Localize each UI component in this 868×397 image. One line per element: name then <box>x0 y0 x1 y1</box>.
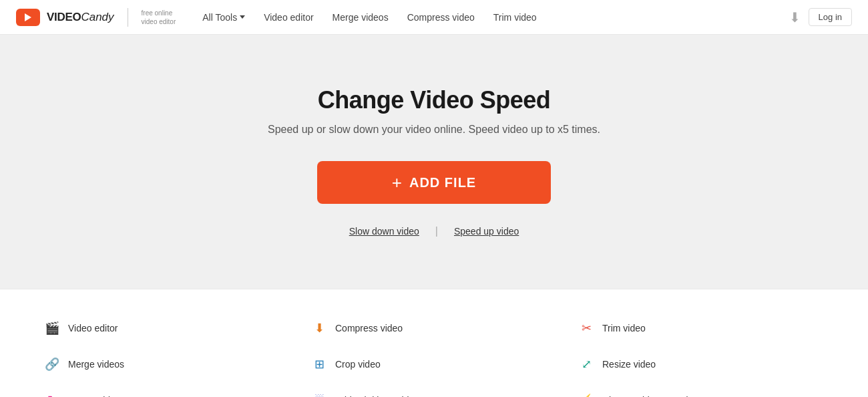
footer-item[interactable]: ⤢Resize video <box>574 350 828 379</box>
footer-item-icon: ⚡ <box>577 391 596 397</box>
nav-merge-videos[interactable]: Merge videos <box>333 12 389 23</box>
download-icon[interactable]: ⬇ <box>789 9 801 25</box>
footer-item[interactable]: ⚡Change video speed <box>574 386 828 397</box>
footer-item-icon: ↻ <box>43 391 61 397</box>
footer-item-icon: ✂ <box>577 319 596 338</box>
page-subtitle: Speed up or slow down your video online.… <box>268 124 600 136</box>
footer-item-label: Video editor <box>68 323 118 334</box>
speed-up-link[interactable]: Speed up video <box>454 226 519 237</box>
nav-trim-video[interactable]: Trim video <box>493 12 537 23</box>
footer-item[interactable]: 🔗Merge videos <box>40 350 294 379</box>
footer-item[interactable]: ✂Trim video <box>574 313 828 343</box>
nav-all-tools[interactable]: All Tools <box>202 12 245 23</box>
footer-item[interactable]: 🎬Video editor <box>40 313 294 343</box>
footer-item-icon: ⊞ <box>310 355 329 374</box>
footer-item-label: Merge videos <box>68 359 124 370</box>
links-row: Slow down video | Speed up video <box>349 225 519 237</box>
footer-item[interactable]: ░Add subtitle to video <box>307 386 561 397</box>
main-content: Change Video Speed Speed up or slow down… <box>0 35 868 289</box>
page-title: Change Video Speed <box>318 86 550 114</box>
header-right: ⬇ Log in <box>789 8 852 26</box>
logo-icon <box>16 9 40 26</box>
login-button[interactable]: Log in <box>809 8 852 26</box>
links-divider: | <box>435 225 438 237</box>
nav-video-editor[interactable]: Video editor <box>264 12 313 23</box>
nav: All Tools Video editor Merge videos Comp… <box>202 12 767 23</box>
slow-down-link[interactable]: Slow down video <box>349 226 419 237</box>
logo-video-word: VIDEO <box>47 11 81 24</box>
logo-text: VIDEO Candy <box>47 11 114 24</box>
footer-item-icon: 🎬 <box>43 319 61 338</box>
header: VIDEO Candy free online video editor All… <box>0 0 868 35</box>
footer-item[interactable]: ⊞Crop video <box>307 350 561 379</box>
add-file-label: ADD FILE <box>409 175 476 190</box>
plus-icon: + <box>392 174 403 191</box>
logo-divider <box>128 8 128 27</box>
chevron-down-icon <box>240 15 245 19</box>
footer-item-icon: ⤢ <box>577 355 596 374</box>
add-file-button[interactable]: + ADD FILE <box>317 161 551 204</box>
logo-candy-word: Candy <box>81 11 114 24</box>
footer-item-label: Crop video <box>335 359 381 370</box>
footer-item-icon: ░ <box>310 391 329 397</box>
footer-item-label: Trim video <box>602 323 646 334</box>
footer-item[interactable]: ⬇Compress video <box>307 313 561 343</box>
footer-item-icon: 🔗 <box>43 355 61 374</box>
footer-item-label: Compress video <box>335 323 403 334</box>
footer-grid: 🎬Video editor⬇Compress video✂Trim video🔗… <box>40 313 828 397</box>
logo-tagline: free online video editor <box>142 9 176 26</box>
footer-item-label: Resize video <box>602 359 656 370</box>
footer-item[interactable]: ↻Rotate video <box>40 386 294 397</box>
nav-compress-video[interactable]: Compress video <box>407 12 475 23</box>
footer: 🎬Video editor⬇Compress video✂Trim video🔗… <box>0 289 868 397</box>
play-icon <box>25 13 31 21</box>
logo: VIDEO Candy free online video editor <box>16 8 176 27</box>
footer-item-icon: ⬇ <box>310 319 329 338</box>
